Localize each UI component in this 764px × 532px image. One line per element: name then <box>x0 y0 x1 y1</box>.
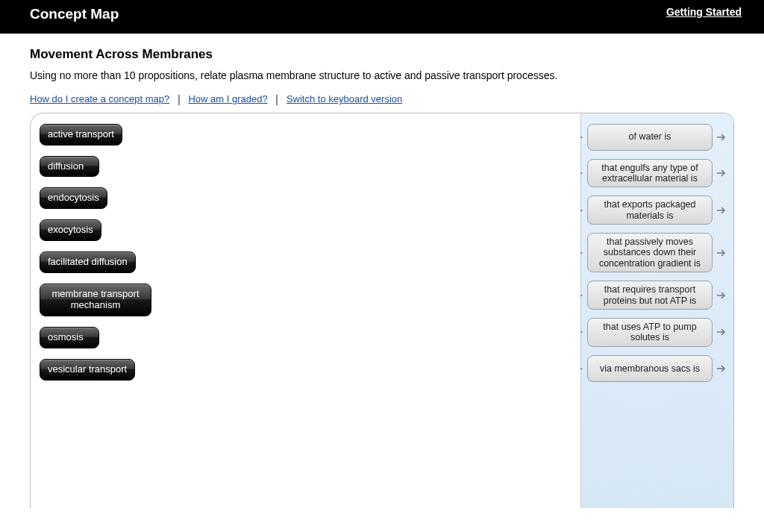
connector-right-arrow-icon <box>717 328 727 337</box>
linking-phrase[interactable]: that uses ATP to pump solutes is <box>587 318 713 347</box>
connector-right-arrow-icon <box>717 133 727 142</box>
separator-icon <box>276 95 278 105</box>
connector-right-arrow-icon <box>717 169 727 178</box>
linking-phrase[interactable]: that engulfs any type of extracellular m… <box>587 159 713 188</box>
getting-started-link[interactable]: Getting Started <box>666 6 742 18</box>
concept-canvas[interactable]: active transport diffusion endocytosis e… <box>30 113 580 508</box>
linking-phrase[interactable]: that exports packaged materials is <box>587 195 713 225</box>
connector-right-arrow-icon <box>717 248 727 257</box>
phrase-row: of water is <box>587 124 727 151</box>
help-graded-link[interactable]: How am I graded? <box>188 93 267 104</box>
phrase-row: that exports packaged materials is <box>587 195 727 225</box>
phrase-row: that requires transport proteins but not… <box>587 281 727 310</box>
separator-icon <box>178 95 180 105</box>
phrase-row: that engulfs any type of extracellular m… <box>587 159 727 188</box>
instructions-text: Using no more than 10 propositions, rela… <box>30 69 734 81</box>
term-chip[interactable]: osmosis <box>40 327 99 348</box>
help-links: How do I create a concept map? How am I … <box>30 93 734 105</box>
term-chip[interactable]: diffusion <box>40 156 99 178</box>
switch-keyboard-link[interactable]: Switch to keyboard version <box>286 93 402 104</box>
linking-phrase[interactable]: of water is <box>587 124 713 151</box>
linking-phrase[interactable]: that passively moves substances down the… <box>587 233 713 272</box>
term-chip[interactable]: active transport <box>40 124 122 145</box>
section-title: Movement Across Membranes <box>30 47 734 62</box>
term-chip[interactable]: membrane transport mechanism <box>40 284 151 316</box>
header-bar: Concept Map Getting Started <box>0 0 764 34</box>
connector-right-arrow-icon <box>717 291 727 300</box>
help-create-link[interactable]: How do I create a concept map? <box>30 93 169 104</box>
connector-right-arrow-icon <box>717 364 727 373</box>
term-chip[interactable]: vesicular transport <box>40 359 135 381</box>
phrase-row: that uses ATP to pump solutes is <box>587 318 727 347</box>
linking-phrase[interactable]: that requires transport proteins but not… <box>587 281 713 310</box>
term-chip[interactable]: facilitated diffusion <box>40 251 136 273</box>
linking-phrase-tray: of water is that engulfs any type of ext… <box>580 113 733 508</box>
linking-phrase[interactable]: via membranous sacs is <box>587 355 713 382</box>
phrase-row: via membranous sacs is <box>587 355 727 382</box>
term-chip[interactable]: exocytosis <box>40 219 101 241</box>
page-title: Concept Map <box>30 6 119 22</box>
connector-right-arrow-icon <box>717 206 727 215</box>
term-chip[interactable]: endocytosis <box>40 187 107 209</box>
phrase-row: that passively moves substances down the… <box>587 233 727 272</box>
content-area: Movement Across Membranes Using no more … <box>0 34 764 508</box>
workspace: active transport diffusion endocytosis e… <box>30 113 734 508</box>
